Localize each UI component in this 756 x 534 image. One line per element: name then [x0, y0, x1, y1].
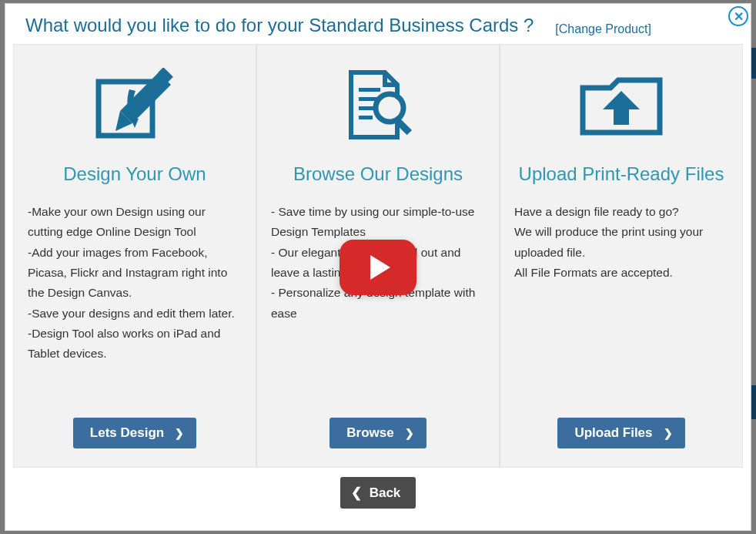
design-tools-icon	[92, 60, 177, 153]
chevron-right-icon: ❯	[664, 427, 673, 439]
lets-design-button[interactable]: Lets Design ❯	[73, 418, 196, 448]
upload-folder-icon	[575, 60, 667, 153]
modal-footer: ❮ Back	[5, 468, 751, 518]
svg-rect-5	[359, 88, 380, 92]
panel-upload-files: Upload Print-Ready Files Have a design f…	[500, 44, 743, 468]
back-button[interactable]: ❮ Back	[340, 477, 416, 509]
panel-body: -Make your own Design using our cutting …	[28, 202, 242, 418]
panel-title: Design Your Own	[63, 163, 206, 185]
upload-files-button[interactable]: Upload Files ❯	[557, 418, 684, 448]
svg-rect-8	[359, 116, 373, 119]
button-label: Lets Design	[90, 425, 164, 441]
panel-title: Upload Print-Ready Files	[519, 163, 724, 185]
change-product-link[interactable]: [Change Product]	[555, 22, 651, 36]
panel-body: - Save time by using our simple-to-use D…	[271, 202, 485, 418]
button-label: Back	[370, 485, 401, 501]
close-button[interactable]: ✕	[728, 6, 748, 26]
browse-button[interactable]: Browse ❯	[329, 418, 426, 448]
product-action-modal: ✕ What would you like to do for your Sta…	[5, 3, 751, 531]
close-icon: ✕	[734, 9, 744, 24]
button-label: Browse	[346, 425, 393, 441]
chevron-right-icon: ❯	[175, 427, 184, 439]
button-label: Upload Files	[574, 425, 652, 441]
panel-design-your-own: Design Your Own -Make your own Design us…	[13, 44, 256, 468]
modal-title: What would you like to do for your Stand…	[25, 15, 534, 36]
panel-body: Have a design file ready to go? We will …	[514, 202, 728, 418]
video-play-button[interactable]	[340, 240, 416, 295]
chevron-left-icon: ❮	[351, 485, 362, 501]
browse-templates-icon	[336, 60, 420, 153]
svg-marker-11	[603, 91, 640, 125]
modal-header: What would you like to do for your Stand…	[5, 4, 751, 44]
panel-title: Browse Our Designs	[293, 163, 463, 185]
chevron-right-icon: ❯	[405, 427, 414, 439]
play-icon	[370, 255, 390, 280]
